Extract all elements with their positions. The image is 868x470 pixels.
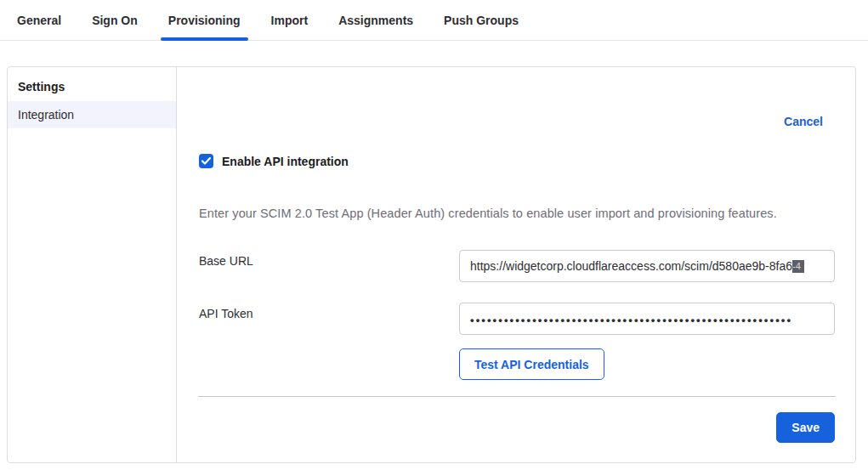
integration-form: Cancel Enable API integration Enter your… [177,67,855,462]
base-url-label: Base URL [199,254,253,268]
save-button[interactable]: Save [776,412,835,443]
base-url-value: https://widgetcorp.cloudflareaccess.com/… [470,259,792,273]
tab-sign-on[interactable]: Sign On [84,0,145,40]
provisioning-panel: Settings Integration Cancel Enable API i… [7,66,856,463]
sidebar-item-integration[interactable]: Integration [8,101,176,128]
sidebar-header: Settings [8,72,176,101]
tab-push-groups[interactable]: Push Groups [436,0,526,40]
clipped-selection-text: -4 [792,260,804,273]
enable-api-integration-row[interactable]: Enable API integration [199,154,349,168]
cancel-link[interactable]: Cancel [784,115,823,128]
api-token-label: API Token [199,307,253,320]
footer-divider [198,396,836,397]
tab-provisioning[interactable]: Provisioning [161,0,248,40]
credentials-description: Enter your SCIM 2.0 Test App (Header Aut… [199,207,821,220]
api-token-masked-value: ••••••••••••••••••••••••••••••••••••••••… [470,312,792,326]
base-url-input[interactable]: https://widgetcorp.cloudflareaccess.com/… [459,250,835,282]
checkmark-icon [201,157,211,165]
enable-api-checkbox[interactable] [199,154,213,168]
tab-general[interactable]: General [9,0,69,40]
tab-import[interactable]: Import [264,0,316,40]
api-token-input[interactable]: ••••••••••••••••••••••••••••••••••••••••… [459,303,835,335]
settings-sidebar: Settings Integration [8,67,177,462]
enable-api-label: Enable API integration [222,155,349,168]
app-tab-bar: General Sign On Provisioning Import Assi… [0,0,868,41]
test-api-credentials-button[interactable]: Test API Credentials [459,348,604,380]
tab-assignments[interactable]: Assignments [331,0,421,40]
